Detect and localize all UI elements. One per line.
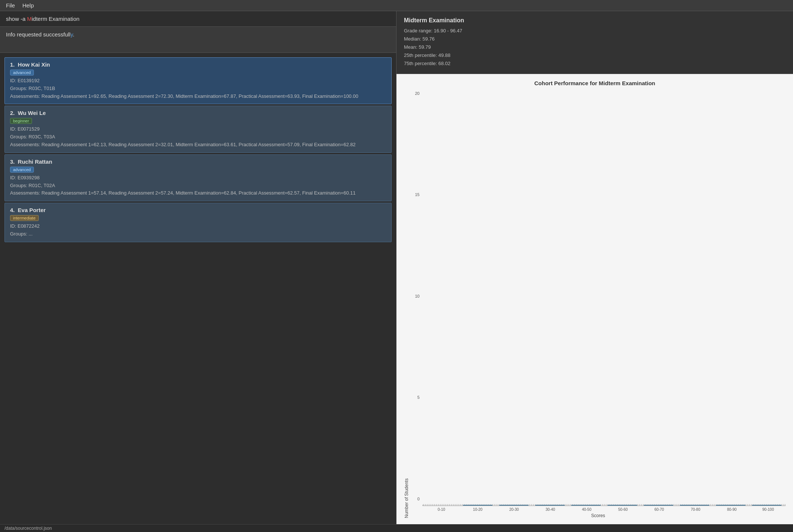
bar-group — [497, 505, 531, 506]
student-assessments: Assessments: Reading Assessment 1=92.65,… — [10, 93, 386, 100]
student-card-4[interactable]: 4. Eva PorterintermediateID: E0872242Gro… — [4, 203, 392, 242]
statusbar: /data/sourcecontrol.json — [0, 524, 793, 532]
stats-area: Midterm Examination Grade range: 16.90 -… — [396, 11, 793, 74]
bar-group — [677, 505, 712, 506]
bar-group — [641, 505, 676, 506]
bar — [499, 505, 529, 506]
x-axis-label: 90-100 — [751, 506, 786, 512]
chart-bars-area — [423, 505, 786, 506]
student-id: ID: E0872242 — [10, 222, 386, 230]
bar — [463, 505, 492, 506]
student-assessments: Assessments: Reading Assessment 1=62.13,… — [10, 141, 386, 149]
y-axis-label: 0 — [417, 497, 420, 501]
student-header: 4. Eva Porter — [10, 207, 386, 213]
student-badge: intermediate — [10, 215, 39, 221]
stats-percentile-75: 75th percentile: 68.02 — [404, 60, 786, 68]
x-axis-label: 40-50 — [569, 506, 604, 512]
stats-mean: Mean: 59.79 — [404, 43, 786, 51]
command-prefix: show -a — [6, 16, 27, 22]
grid-line — [423, 504, 786, 504]
menu-help[interactable]: Help — [22, 2, 34, 9]
status-message-prefix: Info requested successfull — [6, 31, 70, 38]
menu-file[interactable]: File — [6, 2, 15, 9]
command-area: show -a Midterm Examination — [0, 11, 396, 27]
command-rest: idterm Examination — [32, 16, 79, 22]
bar-group — [713, 505, 748, 506]
left-panel: show -a Midterm Examination Info request… — [0, 11, 396, 524]
bars-wrapper — [423, 505, 786, 506]
y-axis-title: Number of Students — [404, 91, 409, 518]
stats-title: Midterm Examination — [404, 17, 786, 24]
main-content: show -a Midterm Examination Info request… — [0, 11, 793, 524]
bar-group — [569, 505, 603, 506]
student-id: ID: E0139192 — [10, 77, 386, 85]
bar — [535, 505, 565, 506]
bar — [571, 505, 601, 506]
bar — [644, 505, 673, 506]
menubar: File Help — [0, 0, 793, 11]
x-labels: 0-1010-2020-3030-4040-5050-6060-7070-808… — [423, 506, 786, 512]
student-groups: Groups: R03C, T03A — [10, 133, 386, 141]
status-area: Info requested successfully. — [0, 27, 396, 53]
bar — [607, 505, 637, 506]
x-axis-label: 80-90 — [715, 506, 749, 512]
bar-group — [605, 505, 639, 506]
x-axis-label: 60-70 — [642, 506, 677, 512]
student-badge: beginner — [10, 118, 32, 124]
student-header: 2. Wu Wei Le — [10, 110, 386, 116]
statusbar-path: /data/sourcecontrol.json — [4, 526, 52, 531]
student-groups: Groups: ... — [10, 230, 386, 238]
chart-with-y: Number of Students 05101520 0-1010-2020-… — [404, 91, 786, 518]
bar — [680, 505, 709, 506]
student-badge: advanced — [10, 167, 34, 173]
y-axis-label: 20 — [415, 91, 420, 96]
x-axis-label: 50-60 — [606, 506, 640, 512]
x-axis-label: 30-40 — [533, 506, 568, 512]
student-header: 1. How Kai Xin — [10, 61, 386, 68]
student-badge: advanced — [10, 70, 34, 76]
command-display: show -a Midterm Examination — [6, 16, 390, 22]
x-axis-label: 20-30 — [497, 506, 532, 512]
x-axis-title: Scores — [411, 513, 786, 518]
bar-group — [460, 505, 495, 506]
y-axis-label: Number of Students — [404, 478, 409, 518]
students-list[interactable]: 1. How Kai XinadvancedID: E0139192Groups… — [0, 53, 396, 524]
student-header: 3. Ruchi Rattan — [10, 158, 386, 165]
bar-group — [749, 505, 784, 506]
chart-area: Cohort Performance for Midterm Examinati… — [396, 74, 793, 524]
student-groups: Groups: R01C, T02A — [10, 182, 386, 190]
y-axis-label: 15 — [415, 192, 420, 197]
student-id: ID: E0939298 — [10, 174, 386, 182]
chart-inner: 05101520 0-1010-2020-3030-4040-5050-6060… — [411, 91, 786, 518]
bar — [716, 505, 745, 506]
x-axis-label: 70-80 — [678, 506, 713, 512]
y-axis-label: 5 — [417, 395, 420, 400]
command-highlight: M — [27, 16, 32, 22]
chart-title: Cohort Performance for Midterm Examinati… — [404, 80, 786, 86]
student-card-2[interactable]: 2. Wu Wei LebeginnerID: E0071529Groups: … — [4, 106, 392, 153]
bar — [752, 505, 781, 506]
student-assessments: Assessments: Reading Assessment 1=57.14,… — [10, 189, 386, 197]
stats-percentile-25: 25th percentile: 49.88 — [404, 51, 786, 60]
x-axis-label: 0-10 — [424, 506, 459, 512]
status-message-dot: . — [73, 31, 74, 38]
stats-grade-range: Grade range: 16.90 - 96.47 — [404, 27, 786, 35]
student-groups: Groups: R03C, T01B — [10, 85, 386, 93]
chart-y-axis: 05101520 — [411, 91, 420, 512]
student-id: ID: E0071529 — [10, 125, 386, 133]
right-panel: Midterm Examination Grade range: 16.90 -… — [396, 11, 793, 524]
x-axis-label: 10-20 — [460, 506, 495, 512]
bar-group — [533, 505, 567, 506]
student-card-3[interactable]: 3. Ruchi RattanadvancedID: E0939298Group… — [4, 154, 392, 201]
y-axis-label: 10 — [415, 294, 420, 298]
chart-container: 05101520 0-1010-2020-3030-4040-5050-6060… — [411, 91, 786, 512]
student-card-1[interactable]: 1. How Kai XinadvancedID: E0139192Groups… — [4, 57, 392, 104]
stats-median: Median: 59.76 — [404, 35, 786, 43]
